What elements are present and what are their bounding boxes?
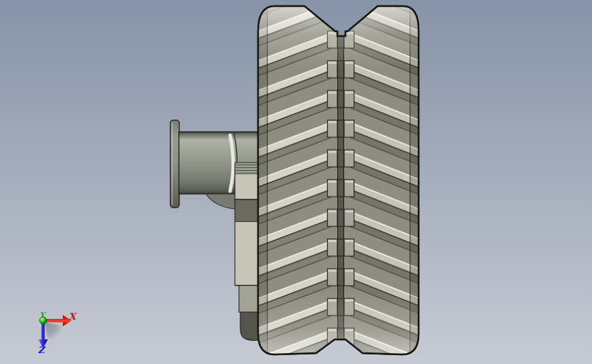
- rim-step-block: [239, 285, 258, 312]
- tire[interactable]: [257, 0, 420, 364]
- rim-lower-dark: [240, 311, 258, 341]
- model-scene[interactable]: Y X Z: [0, 0, 592, 364]
- hub-flange-highlight: [171, 122, 173, 206]
- rim-face-lower: [235, 222, 258, 285]
- cad-viewport[interactable]: Y X Z: [0, 0, 592, 364]
- rim-face-upper: [235, 175, 258, 199]
- rim-dark-band: [235, 199, 258, 222]
